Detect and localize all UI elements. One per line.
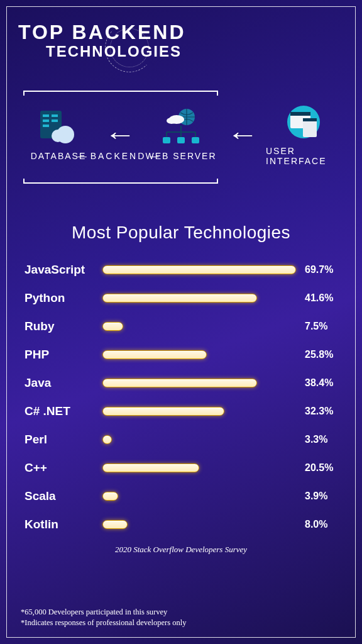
bar-fill: [102, 265, 296, 274]
user-interface-label: USER INTERFACE: [266, 146, 341, 166]
bar-row: Kotlin 8.0%: [18, 510, 344, 538]
chart-title: Most Popular Technologies: [18, 223, 344, 243]
bar-label: Python: [18, 291, 100, 305]
bar-label: Java: [18, 376, 100, 390]
bar-value: 8.0%: [305, 519, 344, 530]
svg-rect-2: [43, 119, 49, 122]
bar-track: [102, 407, 296, 416]
svg-rect-16: [163, 137, 170, 143]
svg-rect-18: [192, 137, 199, 143]
bar-fill: [102, 379, 257, 387]
title-line1: TOP BACKEND: [18, 21, 186, 44]
svg-rect-1: [43, 114, 49, 117]
bar-label: Ruby: [18, 319, 100, 333]
bar-track: [102, 350, 296, 359]
bracket-bottom-icon: [23, 179, 218, 184]
bar-track: [102, 265, 296, 274]
svg-rect-21: [290, 112, 310, 116]
web-server-icon: [159, 108, 203, 146]
bar-track: [102, 294, 296, 303]
decorative-circle-inner-icon: [110, 28, 149, 67]
svg-rect-3: [43, 125, 49, 127]
bar-value: 32.3%: [305, 406, 344, 417]
user-interface-icon: [282, 103, 326, 141]
bar-row: C# .NET 32.3%: [18, 397, 344, 425]
architecture-diagram: DATABASE ← WEB SERVER: [18, 91, 344, 204]
outer-frame: TOP BACKEND TECHNOLOGIES DATABASE ←: [6, 6, 356, 638]
user-interface-node: USER INTERFACE: [266, 103, 341, 166]
bar-fill: [102, 322, 123, 331]
svg-rect-17: [177, 137, 185, 143]
title-block: TOP BACKEND TECHNOLOGIES: [18, 21, 344, 60]
bar-row: Python 41.6%: [18, 284, 344, 312]
bar-fill: [102, 407, 224, 416]
footnote-line: *65,000 Developers participated in this …: [21, 607, 186, 618]
bracket-top-icon: [23, 91, 218, 96]
bar-label: Scala: [18, 489, 100, 503]
bar-value: 20.5%: [305, 462, 344, 474]
bar-label: PHP: [18, 348, 100, 362]
title-line2: TECHNOLOGIES: [46, 43, 344, 60]
bar-label: Kotlin: [18, 518, 100, 531]
chart: Most Popular Technologies JavaScript 69.…: [18, 223, 344, 555]
bar-value: 3.3%: [305, 434, 344, 445]
database-icon: [36, 108, 80, 146]
bar-row: JavaScript 69.7%: [18, 255, 344, 284]
bar-label: C# .NET: [18, 404, 100, 418]
bar-fill: [102, 464, 199, 472]
bar-track: [102, 322, 296, 331]
bar-value: 38.4%: [305, 377, 344, 389]
svg-rect-4: [52, 114, 58, 117]
bar-label: Perl: [18, 433, 100, 447]
bar-track: [102, 492, 296, 501]
bar-fill: [102, 350, 207, 359]
arrow-left-icon: ←: [104, 121, 135, 148]
bar-track: [102, 379, 296, 387]
bar-fill: [102, 294, 257, 303]
bar-value: 69.7%: [305, 264, 344, 275]
bar-value: 3.9%: [305, 491, 344, 502]
bar-row: Java 38.4%: [18, 369, 344, 397]
bar-label: JavaScript: [18, 263, 100, 277]
footnotes: *65,000 Developers participated in this …: [21, 607, 186, 628]
bar-row: PHP 25.8%: [18, 340, 344, 369]
bar-track: [102, 520, 296, 529]
bar-track: [102, 435, 296, 444]
bar-label: C++: [18, 461, 100, 475]
bar-row: Scala 3.9%: [18, 482, 344, 510]
bar-value: 7.5%: [305, 321, 344, 332]
svg-point-10: [167, 118, 177, 124]
footnote-line: *Indicates responses of professional dev…: [21, 618, 186, 628]
bar-fill: [102, 520, 128, 529]
svg-rect-23: [303, 118, 317, 121]
bar-row: C++ 20.5%: [18, 453, 344, 482]
bar-track: [102, 464, 296, 472]
svg-point-7: [52, 130, 64, 142]
bar-fill: [102, 492, 118, 501]
bar-row: Perl 3.3%: [18, 425, 344, 453]
bar-value: 25.8%: [305, 349, 344, 360]
chart-source: 2020 Stack Overflow Developers Survey: [18, 545, 344, 555]
svg-rect-5: [52, 119, 58, 122]
arrow-left-icon: ←: [226, 121, 258, 148]
bar-row: Ruby 7.5%: [18, 312, 344, 340]
bar-value: 41.6%: [305, 292, 344, 304]
bar-fill: [102, 435, 112, 444]
